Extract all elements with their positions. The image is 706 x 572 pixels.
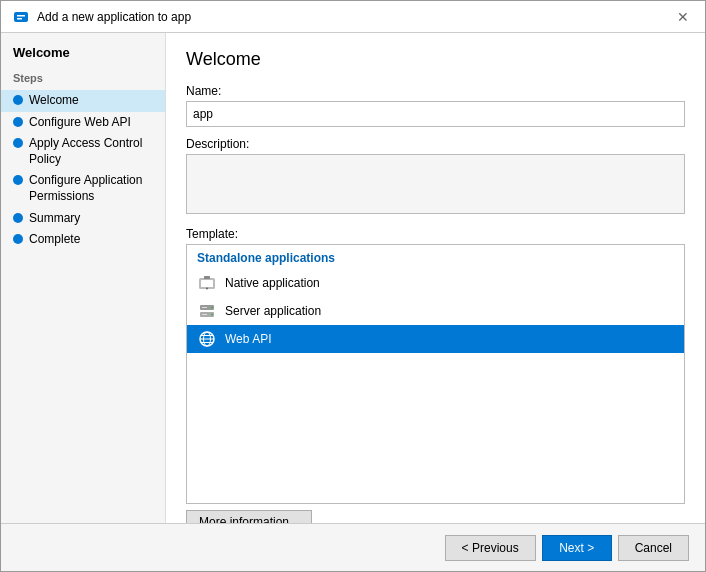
previous-button[interactable]: < Previous — [445, 535, 536, 561]
sidebar-item-summary[interactable]: Summary — [1, 208, 165, 230]
svg-point-6 — [206, 288, 208, 290]
sidebar-item-label-summary: Summary — [29, 211, 80, 227]
next-button[interactable]: Next > — [542, 535, 612, 561]
template-box: Standalone applications Native applicati… — [186, 244, 685, 504]
footer: < Previous Next > Cancel — [1, 523, 705, 571]
sidebar-item-configure-web-api[interactable]: Configure Web API — [1, 112, 165, 134]
sidebar-item-apply-access-control[interactable]: Apply Access Control Policy — [1, 133, 165, 170]
template-item-webapi-label: Web API — [225, 332, 271, 346]
step-dot-complete — [13, 234, 23, 244]
name-input[interactable] — [186, 101, 685, 127]
svg-point-10 — [211, 314, 213, 316]
web-api-icon — [197, 329, 217, 349]
sidebar-item-label-apply-access-control: Apply Access Control Policy — [29, 136, 157, 167]
name-label: Name: — [186, 84, 685, 98]
svg-rect-2 — [17, 18, 22, 20]
native-app-icon — [197, 273, 217, 293]
sidebar-item-label-welcome: Welcome — [29, 93, 79, 109]
description-label: Description: — [186, 137, 685, 151]
sidebar-item-configure-app-permissions[interactable]: Configure Application Permissions — [1, 170, 165, 207]
app-icon — [13, 9, 29, 25]
cancel-button[interactable]: Cancel — [618, 535, 689, 561]
server-app-icon — [197, 301, 217, 321]
template-item-native[interactable]: Native application — [187, 269, 684, 297]
step-dot-welcome — [13, 95, 23, 105]
sidebar-item-welcome[interactable]: Welcome — [1, 90, 165, 112]
template-label: Template: — [186, 227, 685, 241]
steps-label: Steps — [1, 68, 165, 90]
description-field-group: Description: — [186, 137, 685, 217]
titlebar-left: Add a new application to app — [13, 9, 191, 25]
page-heading: Welcome — [186, 49, 685, 70]
sidebar-item-label-configure-web-api: Configure Web API — [29, 115, 131, 131]
template-group-header: Standalone applications — [187, 245, 684, 269]
sidebar-item-complete[interactable]: Complete — [1, 229, 165, 251]
sidebar-item-label-complete: Complete — [29, 232, 80, 248]
template-item-webapi[interactable]: Web API — [187, 325, 684, 353]
svg-rect-11 — [202, 307, 207, 308]
template-item-native-label: Native application — [225, 276, 320, 290]
description-input[interactable] — [186, 154, 685, 214]
more-info-button[interactable]: More information... — [186, 510, 312, 523]
content-area: Welcome Steps Welcome Configure Web API … — [1, 33, 705, 523]
main-panel: Welcome Name: Description: Template: Sta… — [166, 33, 705, 523]
titlebar-title: Add a new application to app — [37, 10, 191, 24]
step-dot-apply-access-control — [13, 138, 23, 148]
titlebar: Add a new application to app ✕ — [1, 1, 705, 33]
name-field-group: Name: — [186, 84, 685, 127]
svg-rect-1 — [17, 15, 25, 17]
svg-rect-5 — [204, 276, 210, 279]
sidebar-page-title: Welcome — [1, 45, 165, 68]
template-field-group: Template: Standalone applications — [186, 227, 685, 523]
template-item-server-label: Server application — [225, 304, 321, 318]
template-item-server[interactable]: Server application — [187, 297, 684, 325]
svg-rect-4 — [201, 280, 213, 287]
svg-rect-12 — [202, 314, 207, 315]
step-dot-configure-app-permissions — [13, 175, 23, 185]
step-dot-summary — [13, 213, 23, 223]
svg-point-9 — [211, 307, 213, 309]
svg-rect-0 — [14, 12, 28, 22]
dialog: Add a new application to app ✕ Welcome S… — [0, 0, 706, 572]
sidebar-item-label-configure-app-permissions: Configure Application Permissions — [29, 173, 157, 204]
close-button[interactable]: ✕ — [673, 8, 693, 26]
sidebar: Welcome Steps Welcome Configure Web API … — [1, 33, 166, 523]
step-dot-configure-web-api — [13, 117, 23, 127]
